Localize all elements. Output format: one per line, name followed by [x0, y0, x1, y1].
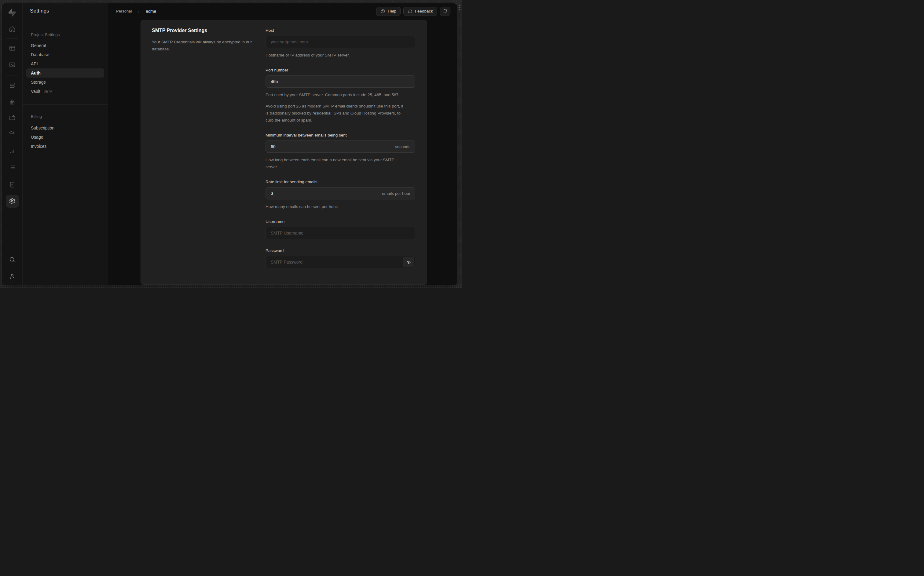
nav-item-invoices[interactable]: Invoices [26, 142, 104, 151]
breadcrumb-separator: / [138, 9, 139, 13]
rail-item-account[interactable] [9, 273, 16, 280]
feedback-bubble-icon [408, 9, 413, 14]
port-label: Port number [266, 67, 415, 73]
eye-icon [407, 260, 411, 264]
rate-limit-helper: How many emails can be sent per hour. [266, 203, 407, 210]
interval-label: Minimum interval between emails being se… [266, 132, 415, 138]
user-icon [9, 273, 16, 280]
rate-limit-input-wrap: emails per hour [266, 187, 415, 200]
window-scrollbar-dot [459, 7, 460, 8]
nav-item-general[interactable]: General [26, 41, 104, 50]
settings-gear-icon [9, 198, 16, 205]
nav-section-billing: Billing [22, 112, 108, 121]
window-scrollbar-dot [459, 5, 460, 6]
rail-item-sql-editor[interactable] [9, 61, 16, 68]
edge-functions-orbit-icon [9, 129, 16, 136]
interval-field-group: Minimum interval between emails being se… [266, 132, 415, 170]
nav-item-api[interactable]: API [26, 59, 104, 69]
smtp-settings-card: SMTP Provider Settings Your SMTP Credent… [141, 20, 427, 285]
host-input[interactable] [266, 36, 415, 48]
notifications-button[interactable] [440, 7, 450, 16]
rate-limit-field-group: Rate limit for sending emails emails per… [266, 179, 415, 210]
header-actions: Help Feedback [376, 7, 450, 16]
help-button[interactable]: Help [376, 7, 400, 16]
nav-item-subscription[interactable]: Subscription [26, 123, 104, 133]
rail-item-edge-functions[interactable] [9, 129, 16, 136]
nav-item-auth[interactable]: Auth [26, 69, 104, 78]
reports-chart-icon [9, 148, 16, 155]
port-input-wrap [266, 75, 415, 88]
logs-list-icon [9, 164, 16, 171]
interval-input[interactable] [266, 141, 415, 153]
smtp-form: Host Hostname or IP address of your SMTP… [266, 27, 415, 284]
auth-lock-icon [9, 99, 16, 106]
nav-item-vault-label: Vault [31, 89, 40, 94]
rail-item-storage[interactable] [9, 114, 16, 121]
supabase-bolt-icon [8, 8, 16, 16]
nav-item-vault[interactable]: Vault BETA [26, 87, 104, 96]
password-input-wrap [266, 256, 415, 268]
breadcrumb-project[interactable]: acme [146, 9, 156, 14]
username-label: Username [266, 219, 415, 225]
password-field-group: Password [266, 248, 415, 268]
rail-item-database[interactable] [9, 82, 16, 88]
sql-editor-icon [9, 61, 16, 68]
rail-item-table-editor[interactable] [9, 45, 16, 51]
section-description: Your SMTP Credentials will always be enc… [152, 38, 256, 53]
app-window: Settings Project Settings General Databa… [2, 3, 457, 285]
settings-nav-header: Settings [22, 3, 108, 19]
home-icon [9, 26, 16, 32]
nav-divider [22, 104, 108, 105]
database-icon [9, 82, 16, 88]
search-icon [9, 256, 16, 263]
username-input-wrap [266, 227, 415, 239]
interval-input-wrap: seconds [266, 141, 415, 153]
top-header: Personal / acme Help Feedback [108, 3, 457, 19]
rate-limit-input[interactable] [266, 187, 415, 200]
settings-nav: Settings Project Settings General Databa… [22, 3, 108, 285]
supabase-logo[interactable] [8, 8, 16, 16]
reveal-password-button[interactable] [403, 257, 414, 267]
port-field-group: Port number Port used by your SMTP serve… [266, 67, 415, 124]
port-input[interactable] [266, 75, 415, 88]
host-field-group: Host Hostname or IP address of your SMTP… [266, 27, 415, 59]
api-docs-file-icon [9, 181, 16, 188]
port-helper: Port used by your SMTP server. Common po… [266, 91, 407, 98]
feedback-button[interactable]: Feedback [404, 7, 437, 16]
password-label: Password [266, 248, 415, 254]
main-area: Personal / acme Help Feedback [108, 3, 457, 285]
help-circle-icon [380, 9, 385, 14]
interval-helper: How long between each email can a new em… [266, 156, 407, 170]
nav-item-usage[interactable]: Usage [26, 133, 104, 142]
host-helper: Hostname or IP address of your SMTP serv… [266, 51, 407, 59]
rail-item-search[interactable] [9, 256, 16, 263]
username-input[interactable] [266, 227, 415, 239]
nav-section-project-settings: Project Settings [22, 30, 108, 39]
breadcrumb-org[interactable]: Personal [116, 9, 132, 13]
content-area: SMTP Provider Settings Your SMTP Credent… [108, 19, 457, 285]
icon-rail [2, 3, 22, 285]
settings-nav-body: Project Settings General Database API Au… [22, 19, 108, 151]
rail-item-api-docs[interactable] [9, 181, 16, 188]
rail-item-authentication[interactable] [9, 99, 16, 106]
rail-item-home[interactable] [9, 26, 16, 32]
nav-item-storage[interactable]: Storage [26, 78, 104, 87]
smtp-card-intro: SMTP Provider Settings Your SMTP Credent… [152, 27, 256, 284]
rail-divider [6, 75, 18, 75]
host-label: Host [266, 27, 415, 34]
window-scrollbar-dot [459, 9, 460, 10]
port-helper-warning: Avoid using port 25 as modern SMTP email… [266, 102, 407, 124]
rail-item-logs[interactable] [9, 164, 16, 171]
page-title: Settings [30, 8, 49, 14]
nav-item-database[interactable]: Database [26, 50, 104, 59]
section-title: SMTP Provider Settings [152, 27, 256, 34]
username-field-group: Username [266, 219, 415, 239]
rail-item-reports[interactable] [9, 148, 16, 155]
desktop-background: Settings Project Settings General Databa… [0, 0, 462, 288]
table-editor-icon [9, 45, 16, 51]
host-input-wrap [266, 36, 415, 48]
rail-item-project-settings[interactable] [9, 198, 16, 205]
beta-badge: BETA [44, 90, 53, 93]
password-input[interactable] [266, 256, 415, 268]
rail-divider [6, 38, 18, 39]
